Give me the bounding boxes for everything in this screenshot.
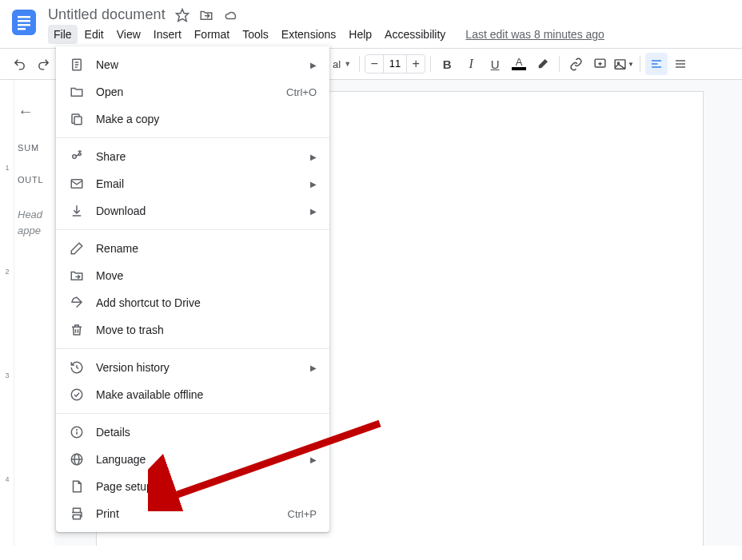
submenu-arrow-icon: ▶ xyxy=(310,363,317,372)
menu-item-label: Page setup xyxy=(96,480,317,493)
menu-format[interactable]: Format xyxy=(189,25,235,44)
docs-logo[interactable] xyxy=(10,8,38,40)
menu-item-label: Make available offline xyxy=(96,388,317,401)
menu-item-open[interactable]: OpenCtrl+O xyxy=(56,78,329,105)
menu-item-label: Make a copy xyxy=(96,113,317,125)
menu-tools[interactable]: Tools xyxy=(237,25,274,44)
font-size-control: − 11 + xyxy=(365,54,425,73)
menu-item-move[interactable]: Move xyxy=(56,262,329,289)
menu-item-label: Open xyxy=(96,85,286,98)
text-color-button[interactable]: A xyxy=(508,53,530,75)
underline-button[interactable]: U xyxy=(484,53,506,75)
font-size-value[interactable]: 11 xyxy=(383,55,407,73)
svg-point-24 xyxy=(71,389,82,400)
svg-rect-3 xyxy=(18,24,30,26)
outline-label: OUTL xyxy=(18,175,46,185)
bold-button[interactable]: B xyxy=(436,53,458,75)
menu-item-language[interactable]: Language▶ xyxy=(56,446,329,473)
menu-item-new[interactable]: New▶ xyxy=(56,51,329,78)
redo-button[interactable] xyxy=(32,53,54,75)
font-family-dropdown[interactable]: al▼ xyxy=(329,58,354,70)
align-left-button[interactable] xyxy=(645,53,668,75)
menu-item-label: Add shortcut to Drive xyxy=(96,296,317,309)
menu-divider xyxy=(56,348,329,349)
italic-button[interactable]: I xyxy=(460,53,482,75)
file-menu-dropdown: New▶OpenCtrl+OMake a copyShare▶Email▶Dow… xyxy=(56,46,329,532)
copy-icon xyxy=(69,111,85,127)
menu-item-download[interactable]: Download▶ xyxy=(56,197,329,224)
svg-point-22 xyxy=(78,153,81,156)
move-icon xyxy=(69,268,85,284)
menu-item-label: Email xyxy=(96,177,310,190)
svg-rect-31 xyxy=(74,515,81,519)
menu-item-page-setup[interactable]: Page setup xyxy=(56,473,329,500)
outline-placeholder: Headappe xyxy=(18,207,46,238)
collapse-sidebar-button[interactable]: ← xyxy=(18,102,46,121)
page-setup-icon xyxy=(69,479,85,494)
undo-button[interactable] xyxy=(8,53,30,75)
menubar: File Edit View Insert Format Tools Exten… xyxy=(48,25,732,44)
history-icon xyxy=(69,359,85,375)
menu-item-label: Download xyxy=(96,205,310,217)
insert-comment-button[interactable] xyxy=(588,53,611,75)
font-size-decrease[interactable]: − xyxy=(365,57,383,71)
menu-item-label: Version history xyxy=(96,361,310,374)
menu-extensions[interactable]: Extensions xyxy=(276,25,341,44)
svg-marker-5 xyxy=(176,9,188,21)
align-more-button[interactable] xyxy=(669,53,692,75)
menu-item-make-available-offline[interactable]: Make available offline xyxy=(56,381,329,408)
menu-item-make-a-copy[interactable]: Make a copy xyxy=(56,105,329,133)
summary-label: SUM xyxy=(18,143,46,153)
menu-shortcut: Ctrl+O xyxy=(286,86,317,98)
menu-divider xyxy=(56,137,329,138)
document-title[interactable]: Untitled document xyxy=(48,6,166,23)
menu-item-add-shortcut-to-drive[interactable]: Add shortcut to Drive xyxy=(56,289,329,316)
star-icon[interactable] xyxy=(175,8,189,22)
menu-accessibility[interactable]: Accessibility xyxy=(379,25,451,44)
highlight-button[interactable] xyxy=(532,53,554,75)
submenu-arrow-icon: ▶ xyxy=(310,153,317,161)
menu-item-label: Move xyxy=(96,269,317,282)
menu-view[interactable]: View xyxy=(111,25,146,44)
menu-edit[interactable]: Edit xyxy=(79,25,110,44)
svg-rect-4 xyxy=(18,28,26,30)
svg-point-21 xyxy=(73,155,77,159)
svg-rect-1 xyxy=(18,16,30,18)
menu-help[interactable]: Help xyxy=(343,25,377,44)
menu-item-details[interactable]: Details xyxy=(56,419,329,446)
menu-item-print[interactable]: PrintCtrl+P xyxy=(56,500,329,527)
cloud-icon[interactable] xyxy=(223,8,239,22)
share-icon xyxy=(69,149,85,165)
menu-item-email[interactable]: Email▶ xyxy=(56,170,329,197)
globe-icon xyxy=(69,451,85,467)
ruler-tick: 1 xyxy=(2,164,13,172)
folder-open-icon xyxy=(69,84,85,100)
menu-item-move-to-trash[interactable]: Move to trash xyxy=(56,316,329,344)
ruler-tick: 2 xyxy=(2,268,13,276)
vertical-ruler[interactable]: 1 2 3 4 xyxy=(0,80,14,546)
last-edit-link[interactable]: Last edit was 8 minutes ago xyxy=(465,28,604,41)
download-icon xyxy=(69,203,85,219)
menu-shortcut: Ctrl+P xyxy=(288,508,317,520)
ruler-tick: 3 xyxy=(2,371,13,379)
move-icon[interactable] xyxy=(199,8,213,22)
insert-image-button[interactable]: ▼ xyxy=(612,53,635,75)
menu-file[interactable]: File xyxy=(48,25,78,44)
info-icon xyxy=(69,424,85,440)
rename-icon xyxy=(69,240,85,256)
menu-item-share[interactable]: Share▶ xyxy=(56,143,329,170)
svg-rect-0 xyxy=(12,10,36,35)
menu-item-label: Language xyxy=(96,453,310,466)
svg-rect-20 xyxy=(74,117,82,125)
insert-link-button[interactable] xyxy=(564,53,587,75)
menu-insert[interactable]: Insert xyxy=(148,25,187,44)
menu-item-version-history[interactable]: Version history▶ xyxy=(56,354,329,381)
outline-sidebar: ← SUM OUTL Headappe xyxy=(14,80,54,546)
menu-item-rename[interactable]: Rename xyxy=(56,235,329,262)
menu-item-label: Share xyxy=(96,150,310,163)
svg-rect-2 xyxy=(18,20,30,22)
font-size-increase[interactable]: + xyxy=(407,57,425,71)
submenu-arrow-icon: ▶ xyxy=(310,207,317,216)
offline-icon xyxy=(69,387,85,403)
menu-item-label: Move to trash xyxy=(96,324,317,336)
